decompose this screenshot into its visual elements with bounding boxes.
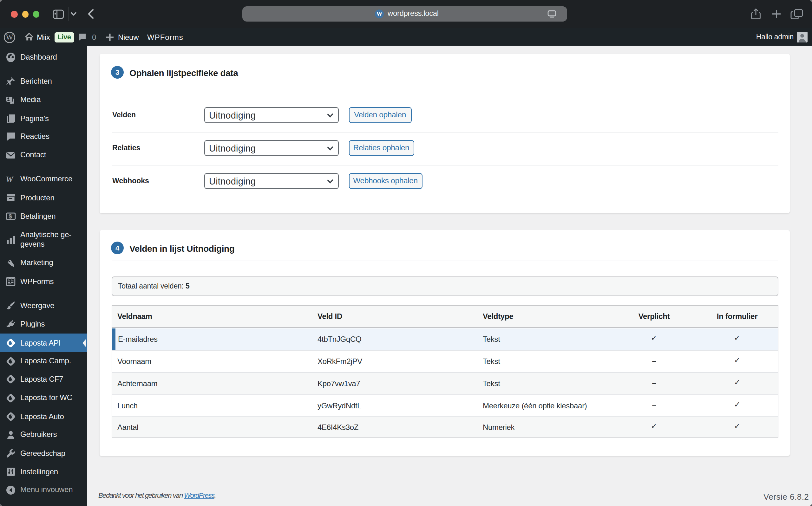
svg-text:$: $ [8, 213, 12, 220]
svg-text:W: W [5, 175, 13, 184]
svg-text:W: W [6, 33, 13, 41]
svg-text:W: W [377, 10, 383, 17]
